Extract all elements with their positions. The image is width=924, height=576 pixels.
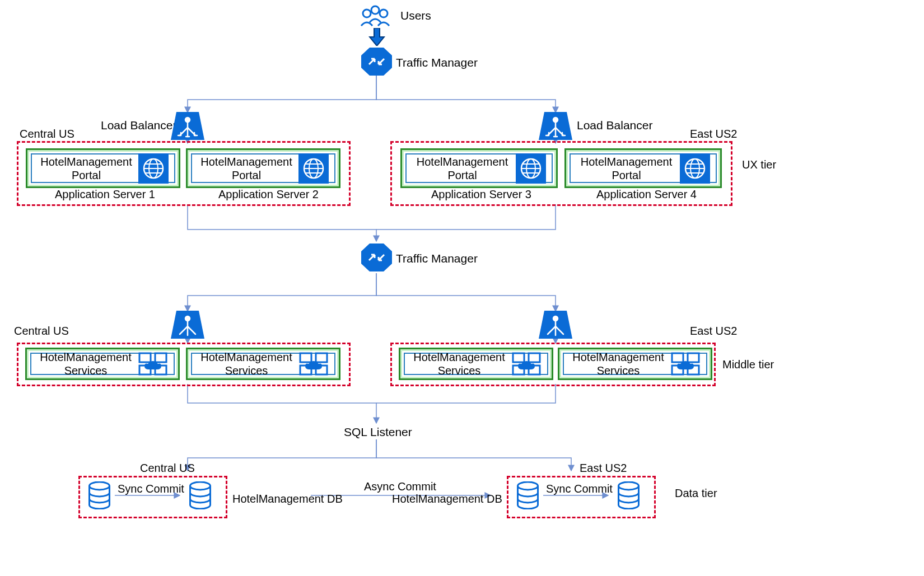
cloud-service-icon	[670, 352, 701, 376]
load-balancer-label-right-1: Load Balancer	[577, 119, 652, 132]
ux-tier-label: UX tier	[742, 158, 776, 171]
svg-point-1	[380, 10, 388, 17]
hm-services-label: HotelManagement Services	[198, 350, 298, 377]
svg-marker-3	[361, 48, 392, 76]
load-balancer-label-left-1: Load Balancer	[101, 119, 176, 132]
sync-commit-label-1: Sync Commit	[118, 483, 184, 495]
database-icon	[616, 481, 641, 512]
app-server-4-box: HotelManagement Portal	[564, 148, 722, 188]
svg-rect-30	[529, 353, 540, 362]
region-central-us-2: Central US	[14, 325, 69, 338]
hm-services-label: HotelManagement Services	[410, 350, 511, 377]
async-commit-label: Async Commit	[364, 480, 436, 493]
sql-listener-label: SQL Listener	[344, 425, 412, 439]
cloud-service-icon	[138, 352, 168, 376]
cloud-service-icon	[511, 352, 542, 376]
hm-services-box-3: HotelManagement Services	[399, 348, 553, 380]
hm-services-box-4: HotelManagement Services	[558, 348, 712, 380]
load-balancer-icon	[171, 311, 204, 341]
data-tier-label: Data tier	[675, 487, 717, 500]
svg-rect-26	[316, 353, 327, 362]
app-server-3-label: Application Server 3	[431, 188, 531, 201]
app-server-4-label: Application Server 4	[596, 188, 697, 201]
load-balancer-icon	[171, 112, 204, 142]
database-icon	[188, 481, 213, 512]
hm-db-label-1: HotelManagement DB	[232, 493, 343, 505]
svg-point-2	[371, 6, 379, 14]
region-central-us-1: Central US	[20, 128, 74, 141]
cloud-service-icon	[298, 352, 329, 376]
traffic-manager-icon	[361, 48, 392, 78]
hm-services-label: HotelManagement Services	[570, 350, 670, 377]
traffic-manager-label-1: Traffic Manager	[396, 56, 478, 69]
database-icon	[515, 481, 540, 512]
hm-portal-label: HotelManagement Portal	[198, 155, 298, 182]
diagram-canvas: Users Traffic Manager Load Balancer	[0, 0, 924, 576]
svg-marker-16	[361, 243, 392, 271]
region-east-us2-3: East US2	[580, 462, 627, 475]
users-icon	[356, 4, 395, 30]
hm-services-label: HotelManagement Services	[37, 350, 138, 377]
app-server-1-label: Application Server 1	[55, 188, 155, 201]
svg-point-38	[190, 482, 211, 490]
traffic-manager-icon	[361, 243, 392, 274]
sync-commit-label-2: Sync Commit	[546, 483, 613, 495]
svg-point-0	[363, 10, 371, 17]
users-label: Users	[400, 9, 431, 22]
app-server-2-label: Application Server 2	[218, 188, 319, 201]
middle-tier-label: Middle tier	[722, 358, 774, 371]
arrow-down-icon	[368, 28, 385, 48]
hm-db-label-2: HotelManagement DB	[392, 493, 502, 505]
app-server-3-box: HotelManagement Portal	[400, 148, 558, 188]
svg-rect-25	[300, 353, 311, 362]
region-east-us2-2: East US2	[690, 325, 737, 338]
globe-icon	[680, 153, 710, 184]
svg-rect-34	[688, 353, 699, 362]
svg-rect-33	[672, 353, 683, 362]
hm-services-box-1: HotelManagement Services	[25, 348, 180, 380]
database-icon	[87, 481, 112, 512]
svg-rect-21	[139, 353, 151, 362]
svg-rect-22	[155, 353, 166, 362]
hm-portal-label: HotelManagement Portal	[38, 155, 138, 182]
hm-portal-label: HotelManagement Portal	[412, 155, 516, 182]
region-east-us2-1: East US2	[690, 128, 737, 141]
hm-services-box-2: HotelManagement Services	[186, 348, 340, 380]
svg-rect-29	[513, 353, 524, 362]
app-server-2-box: HotelManagement Portal	[186, 148, 340, 188]
load-balancer-icon	[539, 311, 572, 341]
svg-point-39	[518, 482, 538, 490]
load-balancer-icon	[539, 112, 572, 142]
svg-point-37	[90, 482, 110, 490]
globe-icon	[516, 153, 546, 184]
svg-point-40	[619, 482, 639, 490]
app-server-1-box: HotelManagement Portal	[26, 148, 180, 188]
globe-icon	[298, 153, 329, 184]
globe-icon	[138, 153, 169, 184]
traffic-manager-label-2: Traffic Manager	[396, 252, 478, 265]
hm-portal-label: HotelManagement Portal	[576, 155, 680, 182]
region-central-us-3: Central US	[140, 462, 195, 475]
